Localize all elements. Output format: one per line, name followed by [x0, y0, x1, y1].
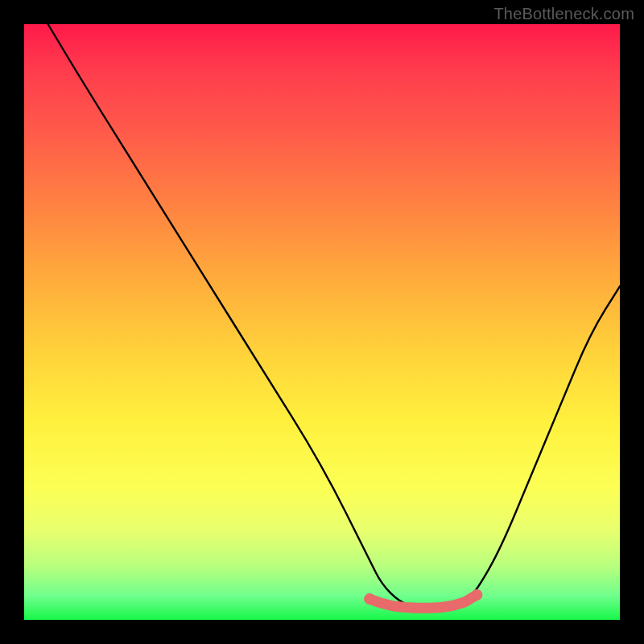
curve-path [48, 24, 620, 608]
series-bottleneck-curve [48, 24, 620, 608]
watermark-text: TheBottleneck.com [493, 5, 634, 23]
low-band-endpoint [364, 593, 375, 605]
plot-area [24, 24, 620, 620]
chart-frame: TheBottleneck.com [0, 0, 644, 644]
curve-layer [24, 24, 620, 620]
low-band-endpoint [471, 589, 482, 601]
series-low-bottleneck-band [364, 589, 482, 608]
low-band-path [369, 595, 477, 608]
